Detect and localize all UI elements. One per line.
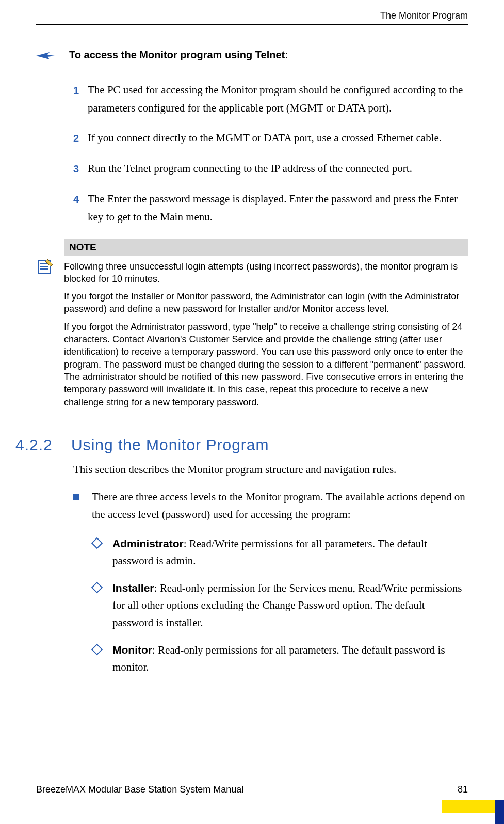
sub-lead: Installer — [112, 582, 154, 594]
page: The Monitor Program To access the Monito… — [0, 0, 504, 824]
note-body: NOTE Following three unsuccessful login … — [64, 239, 468, 414]
footer-row: BreezeMAX Modular Base Station System Ma… — [36, 784, 468, 795]
note-paragraph: Following three unsuccessful login attem… — [64, 260, 468, 286]
sub-lead: Monitor — [112, 644, 152, 656]
content-area: To access the Monitor program using Teln… — [36, 49, 468, 686]
note-block: NOTE Following three unsuccessful login … — [36, 239, 468, 414]
diamond-bullet-icon — [91, 581, 103, 593]
step-item: 1 The PC used for accessing the Monitor … — [73, 81, 468, 117]
step-number: 2 — [73, 130, 88, 147]
step-text: The PC used for accessing the Monitor pr… — [88, 81, 468, 117]
sub-item: Administrator: Read/Write permissions fo… — [93, 535, 468, 570]
svg-marker-0 — [36, 52, 55, 59]
step-text: If you connect directly to the MGMT or D… — [88, 129, 468, 147]
corner-decoration — [442, 797, 504, 824]
sub-rest: : Read-only permissions for all paramete… — [112, 644, 445, 674]
diamond-bullet-icon — [91, 643, 103, 655]
sub-text: Administrator: Read/Write permissions fo… — [112, 535, 468, 570]
sub-rest: : Read-only permission for the Services … — [112, 582, 462, 629]
step-item: 2 If you connect directly to the MGMT or… — [73, 129, 468, 147]
note-paragraph: If you forgot the Installer or Monitor p… — [64, 290, 468, 315]
step-number: 1 — [73, 82, 88, 99]
step-number: 3 — [73, 161, 88, 178]
note-heading: NOTE — [64, 239, 468, 256]
running-header: The Monitor Program — [36, 10, 468, 25]
square-bullet-icon — [73, 494, 79, 500]
step-text: Run the Telnet program connecting to the… — [88, 160, 468, 178]
sub-text: Installer: Read-only permission for the … — [112, 579, 468, 632]
manual-title: BreezeMAX Modular Base Station System Ma… — [36, 784, 243, 795]
section-heading-row: 4.2.2 Using the Monitor Program — [36, 436, 468, 454]
bullet-item: There are three access levels to the Mon… — [73, 488, 468, 523]
blue-bar-icon — [495, 800, 504, 824]
step-item: 4 The Enter the password message is disp… — [73, 190, 468, 226]
note-paragraph: If you forgot the Administrator password… — [64, 321, 468, 408]
step-item: 3 Run the Telnet program connecting to t… — [73, 160, 468, 178]
running-title: The Monitor Program — [380, 10, 468, 21]
procedure-title: To access the Monitor program using Teln… — [69, 49, 288, 61]
note-text: Following three unsuccessful login attem… — [64, 256, 468, 408]
section-intro: This section describes the Monitor progr… — [73, 461, 468, 479]
page-number: 81 — [458, 784, 468, 795]
step-text: The Enter the password message is displa… — [88, 190, 468, 226]
footer-rule — [36, 780, 390, 780]
page-footer: BreezeMAX Modular Base Station System Ma… — [36, 780, 468, 795]
section-number: 4.2.2 — [15, 436, 71, 454]
sub-item: Installer: Read-only permission for the … — [93, 579, 468, 632]
section-title: Using the Monitor Program — [71, 436, 269, 454]
note-icon — [36, 258, 57, 278]
sub-lead: Administrator — [112, 537, 184, 549]
arrow-icon — [36, 51, 55, 62]
sub-item: Monitor: Read-only permissions for all p… — [93, 641, 468, 676]
procedure-heading-row: To access the Monitor program using Teln… — [36, 49, 468, 62]
step-list: 1 The PC used for accessing the Monitor … — [73, 81, 468, 226]
diamond-bullet-icon — [91, 537, 103, 549]
step-number: 4 — [73, 191, 88, 208]
bullet-text: There are three access levels to the Mon… — [92, 488, 468, 523]
sub-text: Monitor: Read-only permissions for all p… — [112, 641, 468, 676]
